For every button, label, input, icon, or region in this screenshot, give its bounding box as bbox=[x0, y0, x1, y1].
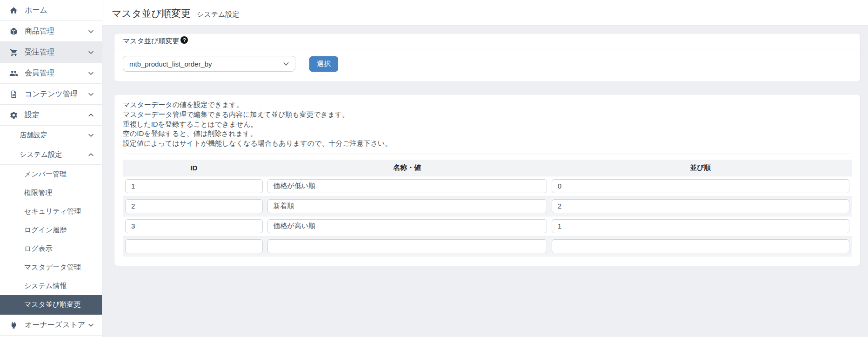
master-table-select[interactable]: mtb_product_list_order_by bbox=[123, 56, 295, 72]
description-block: マスターデータの値を設定できます。 マスターデータ管理で編集できる内容に加えて並… bbox=[123, 100, 852, 148]
chevron-down-icon bbox=[283, 61, 289, 67]
chevron-down-icon bbox=[87, 70, 94, 77]
sidebar-item-label: 受注管理 bbox=[25, 47, 54, 57]
sidebar-item-content-management[interactable]: コンテンツ管理 bbox=[0, 84, 102, 105]
sidebar-item-label: 商品管理 bbox=[25, 27, 54, 36]
sort-order-input[interactable] bbox=[552, 219, 849, 233]
main-area: マスタ並び順変更 システム設定 マスタ並び順変更 ? mtb_product_l… bbox=[102, 0, 868, 337]
select-button[interactable]: 選択 bbox=[309, 56, 338, 72]
sidebar-item-label: マスタデータ管理 bbox=[24, 263, 81, 272]
table-row bbox=[123, 176, 852, 196]
sidebar-item-permissions[interactable]: 権限管理 bbox=[0, 183, 102, 202]
sidebar-item-members[interactable]: メンバー管理 bbox=[0, 165, 102, 183]
name-input[interactable] bbox=[267, 179, 547, 193]
sidebar-item-login-history[interactable]: ログイン履歴 bbox=[0, 221, 102, 239]
table-header-row: ID 名称・値 並び順 bbox=[123, 160, 852, 176]
id-input[interactable] bbox=[125, 199, 263, 213]
id-input[interactable] bbox=[125, 219, 263, 233]
column-header-id: ID bbox=[123, 160, 265, 176]
master-sort-selector-card: マスタ並び順変更 ? mtb_product_list_order_by 選択 bbox=[114, 33, 861, 82]
description-line: 重複したIDを登録することはできません。 bbox=[123, 120, 852, 129]
select-value: mtb_product_list_order_by bbox=[129, 60, 212, 68]
sidebar-item-master-data[interactable]: マスタデータ管理 bbox=[0, 258, 102, 276]
sidebar-item-label: 店舗設定 bbox=[20, 131, 47, 140]
sidebar-item-product-management[interactable]: 商品管理 bbox=[0, 21, 102, 42]
divider bbox=[123, 154, 852, 154]
chevron-down-icon bbox=[87, 322, 94, 329]
table-row bbox=[123, 216, 852, 236]
sidebar-item-label: オーナーズストア bbox=[25, 320, 85, 330]
description-line: 空のIDを登録すると、値は削除されます。 bbox=[123, 129, 852, 139]
description-line: マスターデータの値を設定できます。 bbox=[123, 100, 852, 110]
sidebar-item-label: ログイン履歴 bbox=[24, 226, 67, 235]
content-area: マスタ並び順変更 ? mtb_product_list_order_by 選択 … bbox=[102, 26, 868, 337]
sidebar-item-system-settings[interactable]: システム設定 bbox=[0, 145, 102, 165]
name-input[interactable] bbox=[267, 219, 547, 233]
sidebar-item-log-viewer[interactable]: ログ表示 bbox=[0, 239, 102, 258]
chevron-down-icon bbox=[87, 132, 94, 139]
page-title: マスタ並び順変更 bbox=[112, 7, 191, 20]
sidebar-item-label: 会員管理 bbox=[25, 68, 54, 78]
document-icon bbox=[8, 89, 19, 99]
cart-icon bbox=[8, 47, 19, 57]
sidebar: ホーム 商品管理 受注管理 会員管理 コンテンツ管理 bbox=[0, 0, 102, 337]
sort-order-input[interactable] bbox=[552, 199, 849, 213]
sidebar-item-security[interactable]: セキュリティ管理 bbox=[0, 202, 102, 221]
chevron-down-icon bbox=[87, 28, 94, 35]
column-header-sort: 並び順 bbox=[549, 160, 852, 176]
plug-icon bbox=[8, 320, 19, 330]
sidebar-item-settings[interactable]: 設定 bbox=[0, 105, 102, 126]
help-icon[interactable]: ? bbox=[180, 36, 188, 44]
sort-order-input[interactable] bbox=[552, 179, 849, 193]
page-subtitle: システム設定 bbox=[197, 10, 239, 19]
sidebar-item-label: 設定 bbox=[25, 110, 40, 120]
chevron-up-icon bbox=[87, 151, 94, 158]
sidebar-item-label: システム設定 bbox=[20, 150, 62, 159]
sidebar-item-label: 権限管理 bbox=[24, 189, 52, 197]
sidebar-item-label: セキュリティ管理 bbox=[24, 207, 81, 216]
card-heading: マスタ並び順変更 bbox=[123, 37, 179, 46]
master-data-editor-card: マスターデータの値を設定できます。 マスターデータ管理で編集できる内容に加えて並… bbox=[114, 94, 861, 266]
gear-icon bbox=[8, 110, 19, 120]
page-header: マスタ並び順変更 システム設定 bbox=[102, 0, 868, 26]
sidebar-item-label: システム情報 bbox=[24, 282, 67, 290]
sidebar-item-master-sort-order[interactable]: マスタ並び順変更 bbox=[0, 295, 102, 315]
sidebar-item-label: ログ表示 bbox=[24, 244, 53, 253]
sidebar-item-owners-store[interactable]: オーナーズストア bbox=[0, 315, 102, 336]
sort-order-input[interactable] bbox=[552, 239, 849, 253]
table-row bbox=[123, 236, 852, 256]
card-header: マスタ並び順変更 ? bbox=[114, 34, 860, 49]
chevron-up-icon bbox=[87, 112, 94, 119]
sidebar-item-label: メンバー管理 bbox=[24, 170, 67, 179]
sidebar-item-label: コンテンツ管理 bbox=[25, 89, 78, 99]
column-header-name: 名称・値 bbox=[265, 160, 549, 176]
table-row bbox=[123, 196, 852, 216]
home-icon bbox=[8, 6, 19, 15]
sidebar-item-member-management[interactable]: 会員管理 bbox=[0, 63, 102, 84]
name-input[interactable] bbox=[267, 199, 547, 213]
id-input[interactable] bbox=[125, 179, 263, 193]
description-line: 設定値によってはサイトが機能しなくなる場合もありますので、十分ご注意下さい。 bbox=[123, 139, 852, 148]
sidebar-item-system-info[interactable]: システム情報 bbox=[0, 276, 102, 295]
chevron-down-icon bbox=[87, 49, 94, 56]
sidebar-item-label: ホーム bbox=[25, 6, 47, 15]
sidebar-item-home[interactable]: ホーム bbox=[0, 0, 102, 21]
id-input[interactable] bbox=[125, 239, 263, 253]
chevron-down-icon bbox=[87, 91, 94, 98]
master-data-table: ID 名称・値 並び順 bbox=[123, 160, 852, 256]
cube-icon bbox=[8, 27, 19, 36]
users-icon bbox=[8, 68, 19, 78]
sidebar-item-label: マスタ並び順変更 bbox=[24, 300, 80, 309]
sidebar-item-order-management[interactable]: 受注管理 bbox=[0, 42, 102, 63]
description-line: マスターデータ管理で編集できる内容に加えて並び順も変更できます。 bbox=[123, 110, 852, 120]
selector-row: mtb_product_list_order_by 選択 bbox=[114, 49, 860, 81]
sidebar-item-store-settings[interactable]: 店舗設定 bbox=[0, 126, 102, 145]
name-input[interactable] bbox=[267, 239, 547, 253]
